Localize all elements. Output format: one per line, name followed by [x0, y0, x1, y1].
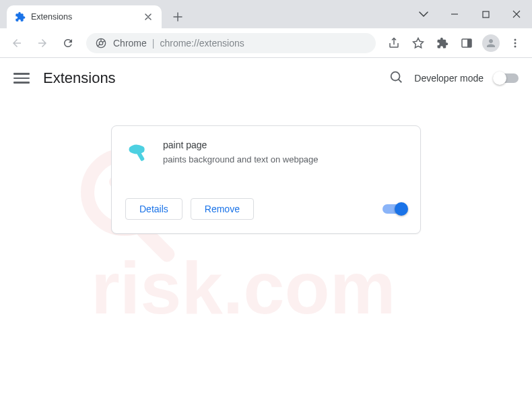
svg-rect-4	[467, 39, 471, 47]
svg-rect-0	[483, 11, 489, 18]
hamburger-menu-icon[interactable]	[13, 70, 30, 86]
minimize-button[interactable]	[439, 0, 470, 28]
page-content: PC risk.com Extensions Developer mode	[0, 58, 532, 393]
address-bar[interactable]: Chrome | chrome://extensions	[86, 33, 376, 53]
toolbar: Chrome | chrome://extensions	[0, 28, 532, 58]
svg-point-5	[514, 38, 517, 40]
profile-avatar[interactable]	[479, 32, 502, 55]
chevron-down-icon[interactable]	[408, 0, 439, 28]
new-tab-button[interactable]	[168, 7, 187, 26]
close-window-button[interactable]	[501, 0, 532, 28]
share-icon[interactable]	[383, 32, 405, 55]
developer-mode-label: Developer mode	[414, 73, 484, 84]
reload-button[interactable]	[57, 32, 79, 55]
back-button[interactable]	[5, 32, 28, 55]
svg-rect-14	[137, 151, 145, 161]
sidebar-icon[interactable]	[455, 32, 478, 55]
extension-card: paint page paints background and text on…	[111, 125, 421, 234]
window-titlebar: Extensions	[0, 0, 532, 28]
url-prefix: Chrome	[113, 38, 147, 49]
toolbar-actions	[383, 32, 527, 55]
svg-point-13	[391, 72, 400, 81]
menu-icon[interactable]	[504, 32, 527, 55]
remove-button[interactable]: Remove	[191, 198, 254, 220]
svg-point-7	[514, 45, 517, 47]
developer-mode-toggle[interactable]	[494, 73, 519, 83]
close-tab-icon[interactable]	[143, 11, 154, 22]
url-divider: |	[152, 38, 155, 49]
puzzle-icon	[15, 11, 26, 22]
extension-description: paints background and text on webpage	[163, 154, 319, 164]
svg-point-6	[514, 42, 517, 44]
svg-text:risk.com: risk.com	[91, 246, 395, 329]
extension-app-icon	[125, 140, 149, 164]
tab-title: Extensions	[31, 12, 143, 22]
window-controls	[408, 0, 532, 28]
bookmark-icon[interactable]	[407, 32, 430, 55]
extensions-icon[interactable]	[431, 32, 454, 55]
page-header: Extensions Developer mode	[0, 58, 532, 98]
browser-tab[interactable]: Extensions	[7, 5, 162, 28]
page-title: Extensions	[43, 69, 116, 87]
extension-name: paint page	[163, 140, 319, 150]
maximize-button[interactable]	[470, 0, 501, 28]
details-button[interactable]: Details	[125, 198, 182, 220]
search-icon[interactable]	[389, 69, 403, 87]
extension-enable-toggle[interactable]	[383, 204, 407, 214]
url-text: chrome://extensions	[160, 38, 244, 49]
chrome-icon	[96, 38, 106, 49]
forward-button[interactable]	[31, 32, 54, 55]
